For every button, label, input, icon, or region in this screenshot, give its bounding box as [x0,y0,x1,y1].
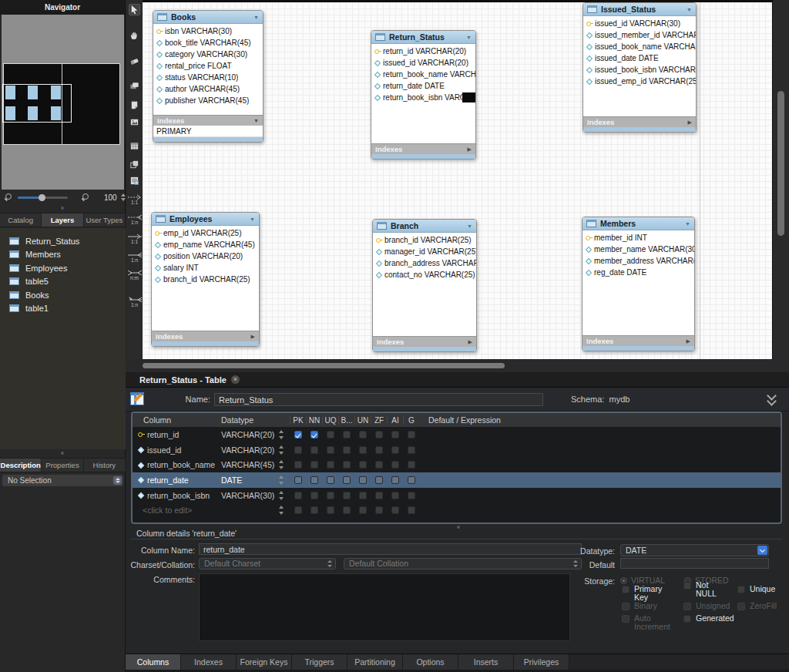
collapse-panel-icon[interactable] [767,392,778,406]
checkbox-ai[interactable] [391,476,399,484]
eraser-tool[interactable] [129,55,140,66]
checkbox-icon[interactable] [737,586,745,593]
table-name-input[interactable] [214,393,543,406]
grid-row-return_id[interactable]: return_idVARCHAR(20) [133,427,781,442]
indexes-section-header[interactable]: Indexes▶ [583,335,694,346]
collapse-icon[interactable]: ▼ [250,217,255,222]
grid-row-return_date[interactable]: return_dateDATE [133,472,781,488]
expand-icon[interactable]: ▶ [468,146,472,153]
hand-tool[interactable] [129,29,140,41]
section-tab-columns[interactable]: Columns [126,654,181,670]
vertical-scrollbar[interactable] [772,0,789,359]
table-column-row[interactable]: branch_address VARCHAR(45) [373,257,476,269]
new-routine-group-tool[interactable] [129,175,140,186]
expand-icon[interactable]: ▶ [468,339,472,345]
flag-primary-key[interactable]: Primary Key [622,585,668,602]
checkbox-icon[interactable] [622,603,630,610]
checkbox-g[interactable] [408,492,415,499]
checkbox-icon[interactable] [683,603,691,610]
checkbox-uq[interactable] [327,431,334,438]
zoom-slider-thumb[interactable] [39,194,45,201]
comments-textarea[interactable] [199,573,570,641]
table-column-row[interactable]: author VARCHAR(45) [153,83,263,95]
checkbox-zf[interactable] [375,476,383,484]
new-table-tool[interactable] [129,140,140,152]
table-column-row[interactable]: rental_price FLOAT [153,60,263,72]
zoom-in-icon[interactable] [82,193,89,201]
zoom-value[interactable]: 100 [104,193,117,202]
checkbox-uq[interactable] [327,461,334,469]
table-column-row[interactable]: issued_id VARCHAR(30) [583,18,696,29]
table-column-row[interactable]: member_id INT [583,232,694,244]
table-column-row[interactable]: issued_date DATE [583,52,696,64]
section-tab-indexes[interactable]: Indexes [181,654,237,670]
flag-generated[interactable]: Generated [683,614,730,623]
indexes-section-header[interactable]: Indexes▶ [373,336,476,347]
layer-item-members[interactable]: Members [0,248,126,262]
table-column-row[interactable]: manager_id VARCHAR(25) [373,246,476,257]
section-tab-partitioning[interactable]: Partitioning [347,654,403,670]
checkbox-zf[interactable] [375,506,383,514]
checkbox-g[interactable] [408,461,415,469]
table-column-row[interactable]: publisher VARCHAR(45) [153,95,263,106]
rel-n-m-tool[interactable]: n:m [127,270,142,281]
column-name-input[interactable] [199,543,582,555]
checkbox-ai[interactable] [391,492,399,499]
grid-cell-datatype[interactable]: VARCHAR(45) [219,460,276,469]
checkbox-b[interactable] [343,506,351,514]
checkbox-ai[interactable] [391,506,399,514]
grid-resize-grip[interactable] [457,526,460,529]
flag-zerofill[interactable]: ZeroFill [737,602,777,610]
table-column-row[interactable]: position VARCHAR(20) [152,250,259,262]
expand-icon[interactable]: ▶ [688,119,692,126]
zoom-stepper[interactable] [121,193,126,201]
vertical-scrollbar-thumb[interactable] [777,91,784,236]
minimap-viewport[interactable] [2,84,72,123]
checkbox-zf[interactable] [375,461,383,469]
collapse-icon[interactable]: ▼ [687,7,692,12]
table-column-row[interactable]: issued_book_isbn VARCHAR(45) [583,64,696,76]
section-tab-triggers[interactable]: Triggers [292,654,347,670]
new-layer-tool[interactable] [129,80,140,92]
table-column-row[interactable]: return_id VARCHAR(20) [371,45,475,57]
grid-row-return_book_isbn[interactable]: return_book_isbnVARCHAR(30) [133,488,781,503]
checkbox-b[interactable] [343,476,351,484]
checkbox-icon[interactable] [622,615,630,623]
checkbox-b[interactable] [343,446,351,454]
table-column-row[interactable]: reg_date DATE [583,267,694,278]
flag-unique[interactable]: Unique [737,585,775,593]
table-column-row[interactable]: return_book_name VARCHAR(45) [371,69,475,80]
checkbox-pk[interactable] [294,446,302,454]
table-column-row[interactable]: emp_id VARCHAR(25) [152,227,259,239]
panel-resize-grip[interactable] [61,207,64,210]
checkbox-pk[interactable] [294,492,302,499]
tab-history[interactable]: History [84,459,126,472]
flag-auto-increment[interactable]: Auto Increment [622,614,668,631]
rel-1-1-nonidentifying-tool[interactable]: 1:1 [127,194,142,205]
table-header[interactable]: Employees▼ [152,213,259,226]
flag-not-null[interactable]: Not NULL [683,581,730,598]
checkbox-nn[interactable] [311,476,318,484]
table-column-row[interactable]: status VARCHAR(10) [153,72,263,83]
tab-description[interactable]: Description [0,459,42,472]
checkbox-g[interactable] [408,506,415,514]
section-tab-inserts[interactable]: Inserts [458,654,514,670]
index-row[interactable]: PRIMARY [153,126,263,137]
layer-item-employees[interactable]: Employees [0,261,126,275]
table-header[interactable]: Branch▼ [373,220,476,233]
layer-item-table1[interactable]: table1 [0,302,126,316]
checkbox-nn[interactable] [311,446,318,454]
checkbox-un[interactable] [359,446,367,454]
checkbox-icon[interactable] [683,615,691,623]
tab-user-types[interactable]: User Types [84,213,126,227]
horizontal-scrollbar-thumb[interactable] [143,363,505,368]
diagram-table-members[interactable]: Members▼member_id INTmember_name VARCHAR… [582,217,695,351]
checkbox-b[interactable] [343,431,351,438]
checkbox-un[interactable] [359,506,367,514]
collapse-icon[interactable]: ▼ [685,221,690,227]
checkbox-un[interactable] [359,461,367,469]
grid-row-new[interactable]: <click to edit> [133,502,781,518]
table-column-row[interactable]: issued_emp_id VARCHAR(25) [583,76,696,87]
table-column-row[interactable]: member_address VARCHAR(35) [583,255,694,267]
collapse-icon[interactable]: ▼ [253,15,259,20]
